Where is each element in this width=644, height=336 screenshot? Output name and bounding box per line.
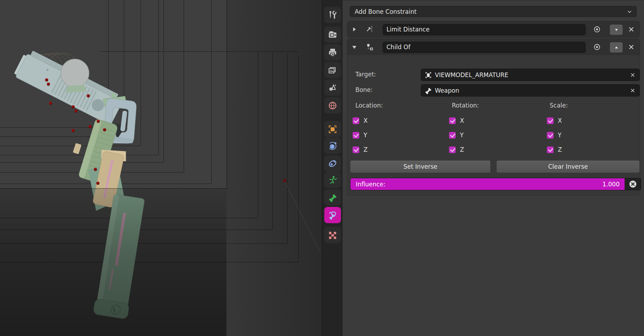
scale-label: Scale: bbox=[547, 102, 635, 110]
limit-distance-icon bbox=[366, 25, 374, 34]
empty-object-marker[interactable] bbox=[72, 129, 75, 132]
rear-sight bbox=[103, 93, 126, 106]
properties-tab-constraints[interactable] bbox=[324, 155, 341, 172]
influence-value: 1.000 bbox=[602, 181, 625, 188]
checkbox-location-x[interactable]: X bbox=[353, 117, 441, 124]
3d-viewport[interactable] bbox=[0, 0, 322, 336]
scope-disc bbox=[61, 59, 89, 87]
add-bone-constraint-label: Add Bone Constraint bbox=[350, 8, 626, 15]
wireframe-edge bbox=[0, 137, 124, 137]
eye-icon[interactable] bbox=[593, 43, 601, 51]
checkbox-scale-z[interactable]: Z bbox=[547, 146, 635, 153]
empty-object-marker[interactable] bbox=[94, 168, 97, 171]
axis-label: Y bbox=[364, 132, 367, 139]
expand-down-icon[interactable] bbox=[351, 44, 358, 51]
wireframe-edge bbox=[0, 146, 141, 146]
set-inverse-button[interactable]: Set Inverse bbox=[350, 160, 491, 173]
checkbox-icon bbox=[353, 117, 359, 124]
triangle-down-icon bbox=[614, 27, 619, 32]
properties-tab-render[interactable] bbox=[324, 27, 341, 43]
empty-object-marker[interactable] bbox=[103, 128, 106, 132]
images-icon bbox=[328, 65, 337, 75]
properties-tab-bone[interactable] bbox=[324, 189, 341, 205]
checkbox-rotation-x[interactable]: X bbox=[449, 117, 537, 124]
checkbox-scale-x[interactable]: X bbox=[547, 117, 635, 124]
clear-inverse-button[interactable]: Clear Inverse bbox=[496, 160, 640, 173]
checkbox-location-z[interactable]: Z bbox=[353, 146, 441, 153]
clear-bone-icon[interactable] bbox=[630, 87, 636, 94]
checkbox-scale-y[interactable]: Y bbox=[547, 132, 635, 139]
clamp-icon bbox=[328, 159, 337, 168]
wireframe-edge bbox=[0, 162, 164, 163]
properties-tab-object-data[interactable] bbox=[324, 172, 341, 188]
constraint-child-of: Child Of Target: VIEWMODEL_ARMATURE Bone… bbox=[347, 39, 640, 196]
properties-tab-physics[interactable] bbox=[324, 138, 341, 154]
camera-border-bottom bbox=[0, 188, 227, 189]
constraint-name-field[interactable]: Limit Distance bbox=[383, 24, 586, 35]
grip bbox=[78, 118, 118, 184]
checkbox-icon bbox=[449, 117, 456, 124]
wireframe-edge bbox=[164, 0, 164, 162]
constraint-name-field[interactable]: Child Of bbox=[383, 42, 586, 53]
printer-icon bbox=[328, 48, 337, 57]
clear-target-icon[interactable] bbox=[630, 72, 636, 78]
checkbox-rotation-z[interactable]: Z bbox=[449, 146, 537, 153]
empty-object-marker[interactable] bbox=[87, 94, 90, 98]
checkbox-icon bbox=[547, 132, 554, 139]
influence-clear-driver-button[interactable] bbox=[625, 178, 641, 190]
empty-object-marker[interactable] bbox=[75, 110, 78, 113]
checkbox-icon bbox=[353, 132, 359, 139]
wireframe-edge bbox=[0, 184, 211, 184]
constraint-extras-button[interactable] bbox=[610, 42, 623, 53]
bone-field[interactable]: Weapon bbox=[421, 84, 640, 97]
strap bbox=[73, 143, 82, 154]
checkbox-rotation-y[interactable]: Y bbox=[449, 132, 537, 139]
properties-tab-view-layer[interactable] bbox=[324, 62, 341, 78]
properties-tab-world[interactable] bbox=[324, 97, 341, 114]
wireframe-edge bbox=[0, 172, 184, 173]
properties-tab-output[interactable] bbox=[324, 44, 341, 60]
expand-right-icon[interactable] bbox=[351, 26, 358, 33]
wireframe-edge bbox=[0, 155, 158, 155]
cone-sphere-icon bbox=[328, 83, 337, 93]
empty-object-marker[interactable] bbox=[89, 125, 92, 128]
passepartout-bottom bbox=[0, 188, 226, 336]
tool-icon bbox=[328, 10, 337, 20]
properties-tab-tool[interactable] bbox=[324, 7, 341, 23]
triangle-up-icon bbox=[614, 45, 619, 50]
empty-object-marker[interactable] bbox=[47, 83, 50, 86]
target-field[interactable]: VIEWMODEL_ARMATURE bbox=[421, 69, 640, 81]
empty-object-marker[interactable] bbox=[96, 182, 100, 185]
delete-constraint-icon[interactable] bbox=[627, 43, 635, 51]
checker-icon bbox=[328, 231, 337, 240]
empty-object-marker[interactable] bbox=[72, 105, 75, 109]
wireframe-edge bbox=[184, 0, 184, 172]
object-brackets-icon bbox=[424, 71, 432, 79]
axis-label: Z bbox=[558, 146, 562, 153]
influence-slider[interactable]: Influence: 1.000 bbox=[350, 178, 641, 190]
properties-tab-bone-constraint[interactable] bbox=[324, 207, 341, 223]
empty-object-marker[interactable] bbox=[45, 79, 48, 82]
properties-tab-object[interactable] bbox=[324, 121, 341, 137]
constraint-extras-button[interactable] bbox=[610, 24, 623, 35]
checkbox-location-y[interactable]: Y bbox=[353, 132, 441, 139]
bone-icon bbox=[328, 193, 337, 202]
rotation-axis-group: Rotation: X Y Z bbox=[449, 102, 537, 153]
empty-object-marker[interactable] bbox=[97, 120, 100, 123]
circle-x-icon bbox=[628, 180, 637, 189]
constraint-header: Limit Distance bbox=[347, 21, 640, 37]
checkbox-icon bbox=[547, 146, 554, 153]
add-bone-constraint-dropdown[interactable]: Add Bone Constraint bbox=[350, 6, 637, 17]
wireframe-edge bbox=[0, 127, 108, 128]
properties-tab-scene[interactable] bbox=[324, 80, 341, 96]
camera-back-icon bbox=[328, 30, 337, 40]
empty-object-marker[interactable] bbox=[49, 102, 52, 105]
axis-label: X bbox=[558, 117, 562, 124]
delete-constraint-icon[interactable] bbox=[627, 25, 635, 33]
camera-border-right bbox=[226, 0, 227, 189]
properties-tab-texture[interactable] bbox=[324, 227, 341, 243]
orbit-icon bbox=[328, 141, 337, 151]
bone-wrench-icon bbox=[328, 210, 337, 220]
checkbox-icon bbox=[449, 132, 456, 139]
eye-icon[interactable] bbox=[593, 25, 601, 34]
